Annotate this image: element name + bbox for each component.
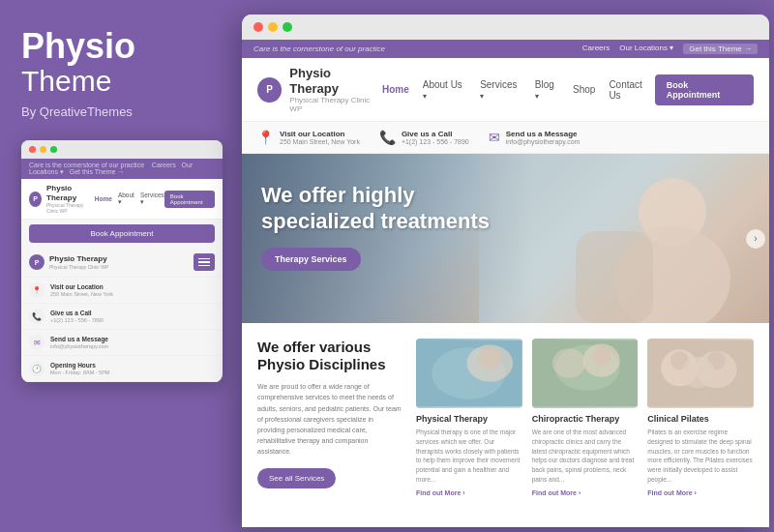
content-heading: We offer various Physio Disciplines: [257, 339, 402, 373]
mini-get-theme[interactable]: Get this Theme →: [70, 168, 125, 175]
location-text: Visit our Location 250 Main Street, New …: [280, 130, 360, 145]
top-bar-locations[interactable]: Our Locations ▾: [619, 44, 673, 54]
content-body: We are proud to offer a wide range of co…: [257, 381, 402, 457]
mini-hours-icon: 🕐: [29, 361, 45, 376]
info-email: ✉ Send us a Message info@physiotherapy.c…: [489, 130, 580, 145]
mini-careers[interactable]: Careers: [152, 162, 176, 168]
mini-call-text: Give us a Call +1(2) 123 - 556 - 7890: [50, 309, 104, 323]
cards-area: Physical Therapy Physical therapy is one…: [416, 339, 754, 496]
info-call: 📞 Give us a Call +1(2) 123 - 556 - 7890: [379, 130, 469, 145]
mini-brand-name: Physio Therapy: [49, 254, 108, 264]
hero-next-arrow[interactable]: ›: [746, 229, 765, 249]
card-physical-title: Physical Therapy: [416, 414, 522, 424]
mini-nav-links: Home About ▾ Services ▾: [95, 192, 164, 206]
card-pilates-bg: [647, 339, 754, 408]
top-bar-get-theme[interactable]: Get this Theme →: [683, 44, 758, 54]
nav-services[interactable]: Services: [480, 79, 521, 101]
mini-book-btn-full[interactable]: Book Appointment: [29, 224, 215, 243]
mini-info-location: 📍 Visit our Location 250 Main Street, Ne…: [21, 278, 223, 304]
email-label: Send us a Message: [506, 130, 580, 138]
card-pilates-image: [647, 339, 754, 408]
mini-brand-icon: P: [29, 254, 45, 270]
card-pilates-findout[interactable]: Find out More: [647, 489, 754, 496]
mini-browser: Care is the cornerstone of our practice …: [21, 140, 223, 382]
mini-nav-home[interactable]: Home: [95, 195, 112, 202]
brand-by: By QreativeThemes: [21, 104, 223, 119]
mini-location-label: Visit our Location: [50, 282, 113, 291]
mini-call-icon: 📞: [29, 309, 45, 324]
left-panel: Physio Theme By QreativeThemes Care is t…: [0, 0, 242, 532]
mini-nav-services[interactable]: Services ▾: [140, 192, 164, 206]
mini-location-icon: 📍: [29, 282, 45, 298]
email-text: Send us a Message info@physiotherapy.com: [506, 130, 580, 145]
card-chiro-bg: [532, 339, 639, 408]
mini-message-label: Send us a Message: [50, 335, 108, 343]
mini-logo-area: P Physio Therapy Physical Therapy Clinic…: [29, 184, 95, 214]
mini-hours-val: Mon - Friday: 8AM - 5PM: [50, 369, 109, 375]
nav-home[interactable]: Home: [382, 84, 409, 95]
email-icon: ✉: [489, 130, 500, 145]
mini-message-val: info@physiotherapy.com: [50, 343, 108, 349]
see-all-button[interactable]: See all Services: [257, 468, 336, 488]
hero-section: We offer highly specialized treatments T…: [242, 154, 769, 323]
nav-blog[interactable]: Blog: [535, 79, 559, 101]
dot-red: [253, 22, 263, 32]
mini-brand-sub: Physical Therapy Clinic WP: [49, 264, 108, 270]
svg-point-10: [592, 347, 610, 366]
mini-logo-name: Physio Therapy: [46, 184, 95, 202]
card-physical-image: [416, 339, 522, 408]
card-pilates: Clinical Pilates Pilates is an exercise …: [647, 339, 754, 496]
mini-dot-yellow: [40, 146, 46, 153]
content-section: We offer various Physio Disciplines We a…: [242, 323, 769, 512]
mini-dot-green: [50, 146, 57, 153]
nav-logo-sub: Physical Therapy Clinic WP: [289, 96, 382, 113]
card-physical-therapy: Physical Therapy Physical therapy is one…: [416, 339, 522, 496]
card-chiro-title: Chiropractic Therapy: [532, 414, 639, 424]
svg-point-11: [552, 348, 585, 378]
main-browser: Care is the cornerstone of our practice …: [242, 15, 769, 527]
card-physical-text: Physical therapy is one of the major ser…: [416, 428, 522, 485]
card-physical-findout[interactable]: Find out More: [416, 489, 522, 496]
nav-shop[interactable]: Shop: [573, 84, 595, 95]
svg-rect-2: [576, 231, 653, 323]
mini-tagline: Care is the cornerstone of our practice: [29, 162, 144, 168]
hero-cta-button[interactable]: Therapy Services: [261, 248, 361, 271]
brand-name-light: Theme: [21, 64, 223, 99]
mini-top-bar: Care is the cornerstone of our practice …: [21, 159, 223, 179]
call-val: +1(2) 123 - 556 - 7890: [402, 138, 469, 145]
mini-brand-left: P Physio Therapy Physical Therapy Clinic…: [29, 254, 108, 270]
phone-icon: 📞: [379, 130, 396, 145]
mini-browser-bar: [21, 140, 223, 159]
brand-block: Physio Theme By QreativeThemes: [21, 29, 223, 119]
nav-about[interactable]: About Us: [423, 79, 466, 101]
mini-book-btn[interactable]: Book Appointment: [164, 191, 215, 208]
card-physical-bg: [416, 339, 522, 408]
brand-name-bold: Physio: [21, 29, 223, 64]
mini-nav: P Physio Therapy Physical Therapy Clinic…: [21, 179, 223, 220]
hero-content: We offer highly specialized treatments T…: [261, 183, 493, 271]
mini-dot-red: [29, 146, 36, 153]
mini-hours-text: Opening Hours Mon - Friday: 8AM - 5PM: [50, 361, 109, 375]
mini-brand-row: P Physio Therapy Physical Therapy Clinic…: [21, 248, 223, 278]
svg-point-6: [479, 347, 501, 369]
mini-call-val: +1(2) 123 - 556 - 7890: [50, 317, 104, 323]
mini-logo-sub: Physical Therapy Clinic WP: [46, 202, 95, 214]
nav-logo: P Physio Therapy Physical Therapy Clinic…: [257, 66, 382, 113]
call-text: Give us a Call +1(2) 123 - 556 - 7890: [402, 130, 469, 145]
browser-bar: [242, 15, 769, 40]
location-val: 250 Main Street, New York: [280, 138, 360, 145]
mini-menu-icon[interactable]: [194, 253, 215, 271]
book-appointment-button[interactable]: Book Appointment: [655, 74, 754, 105]
top-bar-careers[interactable]: Careers: [582, 44, 610, 54]
mini-info-hours: 🕐 Opening Hours Mon - Friday: 8AM - 5PM: [21, 356, 223, 382]
card-chiro-findout[interactable]: Find out More: [532, 489, 639, 496]
mini-logo-text-block: Physio Therapy Physical Therapy Clinic W…: [46, 184, 95, 214]
info-strip: 📍 Visit our Location 250 Main Street, Ne…: [242, 122, 769, 154]
top-bar-tagline: Care is the cornerstone of our practice: [253, 44, 385, 53]
nav-contact[interactable]: Contact Us: [609, 79, 654, 101]
mini-menu-line-3: [198, 265, 210, 267]
mini-nav-about[interactable]: About ▾: [118, 192, 134, 206]
card-chiro-text: We are one of the most advanced chiropra…: [532, 428, 639, 485]
mini-message-icon: ✉: [29, 335, 45, 350]
card-chiropractic: Chiropractic Therapy We are one of the m…: [532, 339, 639, 496]
